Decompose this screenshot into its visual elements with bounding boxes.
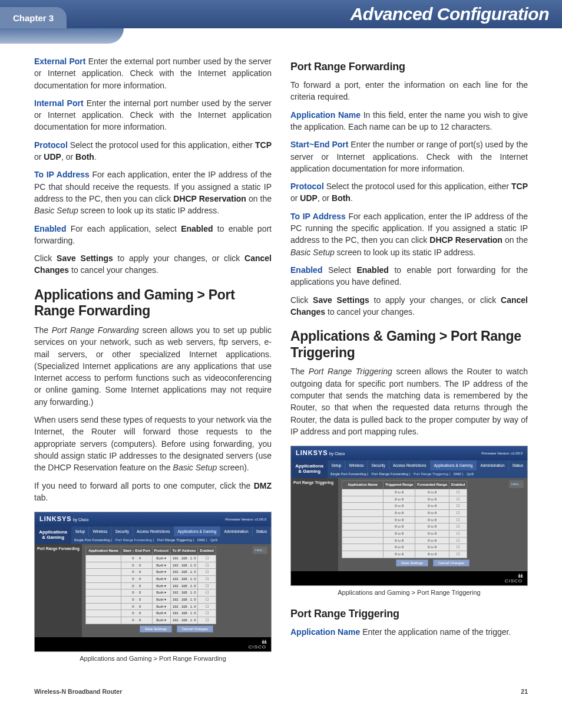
para-toip-left: To IP Address For each application, ente… [34, 169, 272, 216]
nav-tab[interactable]: Administration [220, 526, 252, 536]
para-protocol-left: Protocol Select the protocol used for th… [34, 139, 272, 163]
table-row: 0 to 0Both ▾192 . 168 . 1. 0☐ [86, 610, 216, 617]
cancel-changes-button[interactable]: Cancel Changes [177, 625, 213, 633]
panel-title: Applications & Gaming [35, 526, 71, 544]
footer-page-number: 21 [521, 687, 528, 696]
triggering-table: Application NameTriggered RangeForwarded… [342, 480, 467, 558]
table-row: 0 to 0Both ▾192 . 168 . 1. 0☐ [86, 589, 216, 597]
table-row: 0 to 00 to 0☐ [342, 551, 467, 558]
para-prf-intro: To forward a port, enter the information… [290, 79, 528, 103]
table-row: 0 to 0Both ▾192 . 168 . 1. 0☐ [86, 582, 216, 589]
table-row: 0 to 00 to 0☐ [342, 537, 467, 544]
table-row: 0 to 0Both ▾192 . 168 . 1. 0☐ [86, 569, 216, 576]
nav-tab[interactable]: Applications & Gaming [431, 460, 477, 470]
table-row: 0 to 00 to 0☐ [342, 503, 467, 510]
nav-tab[interactable]: Setup [71, 526, 89, 536]
table-row: 0 to 00 to 0☐ [342, 523, 467, 531]
table-row: 0 to 00 to 0☐ [342, 516, 467, 523]
right-column: Port Range Forwarding To forward a port,… [290, 51, 528, 672]
nav-tab[interactable]: Setup [328, 460, 345, 470]
para-prf-1: The Port Range Forwarding screen allows … [34, 324, 272, 408]
sub-tab[interactable]: Single Port Forwarding | [330, 472, 368, 477]
page-footer: Wireless-N Broadband Router 21 [0, 672, 562, 696]
term-internal-port: Internal Port [34, 98, 84, 108]
screenshot-port-range-forwarding: LINKSYS by Cisco Firmware Version: v1.00… [34, 512, 272, 652]
nav-tab[interactable]: Access Restrictions [133, 526, 174, 536]
para-external-port: External Port Enter the external port nu… [34, 55, 272, 91]
para-startend: Start~End Port Enter the number or range… [290, 139, 528, 174]
para-prf-2: When users send these types of requests … [34, 414, 272, 473]
nav-tab[interactable]: Wireless [89, 526, 111, 536]
help-link[interactable]: Help... [253, 546, 267, 554]
page-header: Chapter 3 Advanced Configuration [0, 0, 562, 28]
para-protocol-right: Protocol Select the protocol used for th… [290, 180, 528, 205]
table-row: 0 to 00 to 0☐ [342, 530, 467, 537]
table-row: 0 to 00 to 0☐ [342, 489, 467, 496]
cisco-logo: ılıılıCISCO [249, 640, 266, 648]
table-row: 0 to 0Both ▾192 . 168 . 1. 0☐ [86, 575, 216, 582]
table-row: 0 to 00 to 0☐ [342, 496, 467, 503]
nav-tab[interactable]: Security [368, 460, 389, 470]
para-enabled-left: Enabled For each application, select Ena… [34, 223, 272, 247]
table-row: 0 to 0Both ▾192 . 168 . 1. 0☐ [86, 555, 216, 562]
forwarding-table: Application NameStart ~ End PortProtocol… [85, 546, 216, 624]
heading-port-range-forwarding: Applications and Gaming > Port Range For… [34, 287, 272, 319]
para-enabled-right: Enabled Select Enabled to enable port fo… [290, 264, 528, 288]
nav-tab[interactable]: Administration [477, 460, 508, 470]
linksys-logo: LINKSYS by Cisco [39, 515, 88, 522]
subheading-prt: Port Range Triggering [290, 606, 528, 621]
side-title: Port Range Forwarding [35, 544, 82, 637]
table-row: 0 to 00 to 0☐ [342, 544, 467, 551]
heading-port-range-triggering: Applications & Gaming > Port Range Trigg… [290, 328, 528, 361]
page-title: Advanced Configuration [351, 1, 549, 27]
sub-tab[interactable]: Port Range Forwarding | [372, 472, 410, 477]
panel-title: Applications & Gaming [291, 460, 328, 478]
side-title: Port Range Triggering [291, 478, 338, 571]
para-save-right: Click Save Settings to apply your change… [290, 294, 528, 318]
left-column: External Port Enter the external port nu… [34, 51, 272, 672]
para-prf-3: If you need to forward all ports to one … [34, 480, 272, 504]
help-link[interactable]: Help... [509, 480, 524, 488]
para-save-left: Click Save Settings to apply your change… [34, 252, 272, 276]
nav-tab[interactable]: Wireless [345, 460, 368, 470]
sub-tab[interactable]: Port Range Triggering | [414, 472, 450, 477]
nav-tab[interactable]: Status [509, 460, 527, 470]
cisco-logo: ılıılıCISCO [505, 574, 523, 582]
para-appname-trigger: Application Name Enter the application n… [290, 626, 528, 638]
subheading-prf: Port Range Forwarding [290, 59, 528, 74]
header-curve [0, 28, 124, 44]
sub-tab[interactable]: Single Port Forwarding | [74, 538, 111, 543]
save-settings-button[interactable]: Save Settings [140, 625, 172, 633]
sub-tab[interactable]: DMZ | [454, 472, 463, 477]
table-row: 0 to 0Both ▾192 . 168 . 1. 0☐ [86, 603, 216, 610]
nav-tab[interactable]: Security [111, 526, 133, 536]
sub-tab[interactable]: DMZ | [197, 538, 207, 543]
screenshot-caption-1: Applications and Gaming > Port Range For… [34, 654, 272, 664]
firmware-label: Firmware Version: v1.00.0 [481, 451, 523, 456]
linksys-logo: LINKSYS by Cisco [296, 449, 345, 456]
table-row: 0 to 0Both ▾192 . 168 . 1. 0☐ [86, 617, 216, 624]
sub-tab[interactable]: QoS [210, 538, 217, 543]
sub-tab[interactable]: Port Range Triggering | [157, 538, 194, 543]
nav-tab[interactable]: Status [253, 526, 271, 536]
table-row: 0 to 0Both ▾192 . 168 . 1. 0☐ [86, 596, 216, 603]
screenshot-caption-2: Applications and Gaming > Port Range Tri… [290, 588, 528, 598]
nav-tab[interactable]: Applications & Gaming [174, 526, 221, 536]
para-toip-right: To IP Address For each application, ente… [290, 210, 528, 258]
nav-tab[interactable]: Access Restrictions [389, 460, 431, 470]
firmware-label: Firmware Version: v1.00.0 [225, 517, 266, 522]
para-appname-r: Application Name In this field, enter th… [290, 109, 528, 133]
para-internal-port: Internal Port Enter the internal port nu… [34, 97, 272, 133]
screenshot-port-range-triggering: LINKSYS by Cisco Firmware Version: v1.00… [290, 446, 528, 586]
save-settings-button[interactable]: Save Settings [396, 559, 428, 566]
footer-product: Wireless-N Broadband Router [34, 687, 122, 696]
table-row: 0 to 0Both ▾192 . 168 . 1. 0☐ [86, 562, 216, 569]
chapter-label: Chapter 3 [0, 7, 67, 28]
term-external-port: External Port [34, 57, 85, 66]
table-row: 0 to 00 to 0☐ [342, 509, 467, 516]
cancel-changes-button[interactable]: Cancel Changes [433, 559, 470, 566]
para-prt-1: The Port Range Triggering screen allows … [290, 365, 528, 437]
sub-tab[interactable]: Port Range Forwarding | [115, 538, 154, 543]
sub-tab[interactable]: QoS [467, 472, 474, 477]
